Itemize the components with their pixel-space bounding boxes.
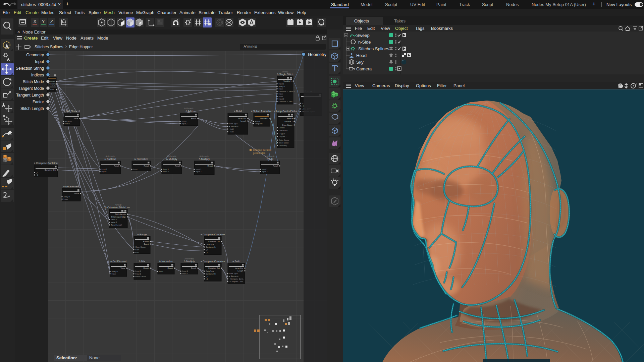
svg-text:Z: Z	[50, 18, 53, 24]
svg-text:- Types.1: - Types.1	[279, 135, 287, 137]
svg-text:Input 2: Input 2	[136, 273, 141, 275]
svg-text:Blend Factor: Blend Factor	[136, 276, 146, 278]
svg-text:Stitches Splines: Stitches Splines	[358, 46, 389, 51]
svg-text:Result: Result	[114, 165, 119, 167]
svg-text:Points: Points	[255, 120, 261, 122]
svg-text:Result: Result	[143, 267, 149, 269]
svg-text:Input 2: Input 2	[102, 171, 107, 173]
svg-text:Length: Length	[237, 270, 243, 272]
svg-text:≡ Get Element: ≡ Get Element	[63, 185, 79, 188]
svg-text:Inner Scope: Inner Scope	[279, 142, 289, 144]
svg-text:Input 3: Input 3	[279, 98, 284, 100]
svg-text:Factor: Factor	[33, 100, 44, 104]
svg-text:Arithmetic: Arithmetic	[200, 155, 210, 158]
svg-text:≡ Compose Container: ≡ Compose Container	[201, 260, 225, 263]
svg-text:Connect iterated: Connect iterated	[253, 148, 271, 152]
svg-text:Indices: Indices	[31, 73, 44, 77]
svg-text:- Compose Cont...: - Compose Cont...	[229, 281, 245, 283]
svg-text:Input 1: Input 1	[262, 168, 268, 170]
svg-text:≡ Compose Container: ≡ Compose Container	[201, 233, 225, 236]
svg-text:Sky: Sky	[356, 60, 364, 65]
svg-text:≡ Compose Container: ≡ Compose Container	[34, 162, 59, 165]
svg-text:Value 1: Value 1	[111, 219, 117, 221]
svg-text:𝑓ₓ Normalize: 𝑓ₓ Normalize	[159, 260, 173, 263]
svg-text:Arithmetic: Arithmetic	[184, 107, 194, 110]
svg-text:End: End	[136, 251, 139, 253]
svg-text:Final ◂: Final ◂	[287, 117, 292, 119]
svg-text:Stitch Length: Stitch Length	[20, 106, 44, 111]
svg-text:_0: _0	[36, 172, 38, 174]
svg-text:≡ Get Element: ≡ Get Element	[110, 260, 127, 263]
svg-text:Arithmetic: Arithmetic	[265, 155, 275, 158]
svg-text:_0: _0	[206, 276, 208, 278]
svg-text:Container Out: Container Out	[45, 169, 56, 171]
svg-text:Start: Start	[136, 249, 140, 251]
svg-text:≡ Loop Carried Value: ≡ Loop Carried Value	[274, 110, 298, 113]
svg-text:Elements 2, Valu...: Elements 2, Valu...	[279, 101, 294, 103]
svg-text:Tangent Length: Tangent Length	[16, 93, 44, 98]
svg-text:𝑓ₓ Multiply: 𝑓ₓ Multiply	[199, 158, 210, 161]
svg-text:≡ Build: ≡ Build	[232, 260, 240, 263]
svg-text:Array In: Array In	[64, 196, 70, 198]
svg-text:▸ Elements: ▸ Elements	[229, 125, 238, 127]
svg-text:- Compose Cont...: - Compose Cont...	[229, 278, 245, 280]
svg-text:Input 2: Input 2	[182, 273, 188, 275]
svg-text:𝑓ₓ Add: 𝑓ₓ Add	[267, 158, 273, 161]
svg-text:Result: Result	[207, 165, 213, 167]
svg-text:Input 2: Input 2	[182, 123, 187, 125]
svg-text:Container In: Container In	[206, 246, 216, 248]
svg-text:Result: Result	[144, 165, 149, 167]
svg-text:Value: Value	[120, 267, 125, 269]
svg-text:Index: Index	[279, 88, 283, 90]
svg-text:_1: _1	[206, 278, 208, 280]
svg-text:≡ Build: ≡ Build	[234, 110, 241, 113]
svg-text:Positions: Positions	[48, 83, 56, 85]
svg-text:Variable 1: Variable 1	[283, 80, 291, 82]
svg-text:Input 2: Input 2	[163, 171, 169, 173]
svg-text:Value: Value	[73, 117, 78, 119]
svg-text:▸ Types: ▸ Types	[279, 133, 285, 135]
svg-text:Input 1: Input 1	[136, 270, 141, 272]
svg-text:_1: _1	[206, 251, 208, 253]
svg-text:Container Out: Container Out	[208, 240, 220, 242]
svg-text:Input 1: Input 1	[279, 83, 284, 85]
svg-text:Stitches per Edge: Stitches per Edge	[111, 216, 126, 218]
svg-text:Y: Y	[42, 18, 45, 24]
svg-text:geometries: geometries	[253, 152, 265, 155]
svg-text:Selection:: Selection:	[56, 355, 77, 360]
svg-text:Outer Scope: Outer Scope	[282, 124, 292, 126]
svg-text:▸ Elements: ▸ Elements	[229, 275, 238, 277]
svg-text:Array In: Array In	[112, 270, 118, 273]
svg-text:n-Side: n-Side	[358, 40, 371, 45]
svg-text:Camera: Camera	[356, 66, 372, 71]
svg-text:Arithmetic: Arithmetic	[167, 155, 177, 158]
svg-text:Outer Scope: Outer Scope	[279, 139, 289, 141]
svg-text:- Add: - Add	[229, 128, 234, 130]
svg-text:Data Type: Data Type	[229, 273, 238, 275]
svg-text:Container Out: Container Out	[208, 267, 220, 269]
svg-text:Index: Index	[64, 198, 68, 200]
svg-text:Input 1: Input 1	[196, 168, 202, 170]
svg-text:Data Type: Data Type	[229, 123, 238, 125]
svg-text:Target Length: Target Length	[111, 224, 122, 226]
svg-text:- Variable 1: - Variable 1	[279, 129, 288, 131]
svg-text:None: None	[89, 355, 100, 360]
svg-text:≡ Range: ≡ Range	[137, 233, 147, 236]
svg-text:Array Out: Array Out	[238, 117, 246, 119]
svg-text:Input 1: Input 1	[102, 168, 107, 170]
svg-text:𝑓ₓ Multiply: 𝑓ₓ Multiply	[184, 260, 195, 263]
svg-text:Input: Input	[35, 59, 44, 64]
svg-text:_1: _1	[36, 174, 38, 176]
svg-text:Input 1: Input 1	[163, 168, 169, 170]
svg-text:Geometry: Geometry	[279, 144, 287, 146]
svg-text:X: X	[33, 18, 37, 24]
svg-text:𝑓ₓ Calculate Stitch Len...: 𝑓ₓ Calculate Stitch Len...	[105, 206, 132, 209]
svg-text:𝑓ₓ Add: 𝑓ₓ Add	[186, 110, 193, 113]
svg-text:Result: Result	[191, 117, 196, 119]
svg-text:Elements 1, Value 1: Elements 1, Value 1	[279, 90, 295, 93]
svg-text:Array In: Array In	[279, 85, 285, 87]
svg-text:Outer Scope: Outer Scope	[136, 246, 146, 248]
svg-text:Stitch Mode: Stitch Mode	[23, 79, 44, 84]
svg-text:≡ Spline Assembler: ≡ Spline Assembler	[251, 110, 273, 113]
svg-text:Result: Result	[191, 267, 196, 269]
